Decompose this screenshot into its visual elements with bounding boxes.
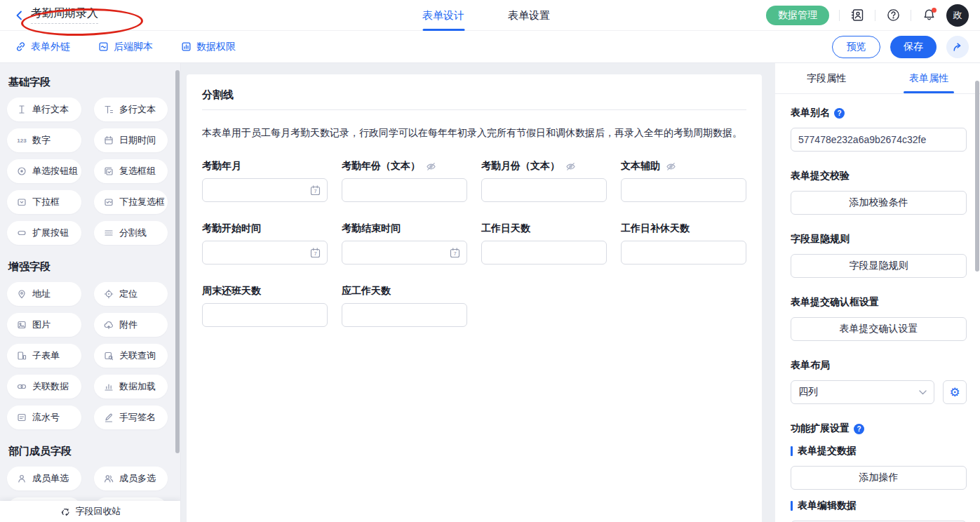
help-icon[interactable] [885, 8, 901, 23]
sidebar-item-checkbox-group[interactable]: 复选框组 [94, 159, 168, 183]
form-alias-input[interactable] [791, 128, 967, 152]
sidebar-item-label: 多行文本 [119, 103, 156, 116]
save-button[interactable]: 保存 [890, 36, 937, 58]
data-permission-link[interactable]: 数据权限 [181, 41, 236, 53]
sidebar-item-number[interactable]: 123 数字 [7, 128, 81, 152]
add-validation-button[interactable]: 添加校验条件 [791, 191, 967, 215]
number-icon: 123 [16, 138, 27, 144]
sidebar-scrollbar[interactable] [175, 70, 180, 453]
sidebar-item-select[interactable]: 下拉框 [7, 190, 81, 214]
panel-scrollbar[interactable] [975, 81, 979, 272]
backend-script-link[interactable]: 后端脚本 [98, 41, 153, 53]
datetime-icon [103, 135, 114, 145]
form-description[interactable]: 本表单用于员工每月考勤天数记录，行政同学可以在每年年初录入完所有节假日和调休数据… [202, 126, 746, 140]
text-input-control[interactable] [622, 241, 746, 264]
field-workday-comp-rest-count[interactable]: 工作日补休天数 [621, 222, 746, 265]
sidebar-item-image[interactable]: 图片 [7, 313, 81, 337]
sidebar-item-label: 分割线 [119, 227, 147, 239]
date-input-control[interactable] [203, 179, 327, 201]
text-input[interactable] [621, 241, 746, 265]
data-permission-label: 数据权限 [196, 41, 236, 53]
layout-settings-button[interactable]: ⚙ [943, 380, 967, 404]
text-input-control[interactable] [203, 304, 327, 326]
sidebar-item-multi-select[interactable]: 下拉复选框 [94, 190, 168, 214]
help-question-icon[interactable]: ? [854, 424, 864, 434]
text-input-control[interactable] [622, 179, 746, 201]
sidebar-item-datetime[interactable]: 日期时间 [94, 128, 168, 152]
divider [875, 10, 875, 21]
tab-form-design[interactable]: 表单设计 [422, 0, 464, 31]
date-input[interactable]: 7 [202, 178, 328, 202]
text-input-control[interactable] [342, 179, 466, 201]
sidebar-item-radio-group[interactable]: 单选按钮组 [7, 159, 81, 183]
enhanced-fields-grid: 地址 定位 图片 附件 子表单 [7, 282, 173, 429]
submit-data-add-action-button[interactable]: 添加操作 [791, 466, 967, 490]
notification-bell-icon[interactable] [921, 8, 937, 23]
tab-form-settings[interactable]: 表单设置 [508, 0, 550, 31]
text-input[interactable] [342, 178, 467, 202]
divider-line [202, 109, 746, 110]
layout-select[interactable]: 四列 [791, 380, 934, 404]
date-input-control[interactable] [342, 241, 466, 264]
preview-button[interactable]: 预览 [832, 36, 880, 58]
text-input-control[interactable] [482, 179, 606, 201]
sidebar-item-multi-line-text[interactable]: 多行文本 [94, 98, 168, 121]
tab-form-properties[interactable]: 表单属性 [878, 63, 980, 93]
sidebar-item-label: 手写签名 [119, 411, 156, 424]
page-title[interactable]: 考勤周期录入 [31, 6, 98, 24]
sidebar-item-signature[interactable]: 手写签名 [94, 406, 168, 429]
sidebar-item-subform[interactable]: 子表单 [7, 344, 81, 368]
text-input-control[interactable] [482, 241, 606, 264]
form-alias-input-control[interactable] [791, 128, 966, 151]
field-attendance-end-time[interactable]: 考勤结束时间 7 [342, 222, 467, 265]
form-card[interactable]: 分割线 本表单用于员工每月考勤天数记录，行政同学可以在每年年初录入完所有节假日和… [187, 74, 762, 522]
sidebar-item-locate[interactable]: 定位 [94, 282, 168, 306]
date-input[interactable]: 7 [202, 241, 328, 265]
form-external-link[interactable]: 表单外链 [15, 41, 70, 53]
sidebar-item-extend-button[interactable]: 扩展按钮 [7, 221, 81, 245]
tab-field-properties[interactable]: 字段属性 [775, 63, 878, 93]
field-attendance-year-text[interactable]: 考勤年份（文本） [342, 159, 467, 202]
field-label: 应工作天数 [342, 285, 391, 297]
backend-script-label: 后端脚本 [114, 41, 153, 53]
sidebar-item-linked-query[interactable]: 关联查询 [94, 344, 168, 368]
sidebar-item-label: 关联数据 [32, 380, 69, 393]
visibility-rules-button[interactable]: 字段显隐规则 [791, 254, 967, 278]
sidebar-item-address[interactable]: 地址 [7, 282, 81, 306]
text-input[interactable] [342, 303, 467, 327]
text-input[interactable] [481, 178, 607, 202]
text-input[interactable] [481, 241, 607, 265]
field-recycle-bin[interactable]: 字段回收站 [0, 501, 181, 522]
share-button[interactable] [946, 36, 969, 58]
date-input[interactable]: 7 [342, 241, 467, 265]
text-input[interactable] [621, 178, 746, 202]
sidebar-item-member-multi[interactable]: 成员多选 [94, 467, 168, 490]
sidebar-item-label: 单选按钮组 [32, 165, 78, 178]
sidebar-item-member-single[interactable]: 成员单选 [7, 467, 81, 490]
help-question-icon[interactable]: ? [834, 108, 845, 119]
field-attendance-month-text[interactable]: 考勤月份（文本） [481, 159, 607, 202]
sidebar-item-data-load[interactable]: 数据加载 [94, 375, 168, 399]
sidebar-item-linked-data[interactable]: 关联数据 [7, 375, 81, 399]
contacts-book-icon[interactable] [850, 8, 865, 23]
form-external-link-label: 表单外链 [31, 41, 70, 53]
sidebar-item-single-line-text[interactable]: 单行文本 [7, 98, 81, 121]
text-input-control[interactable] [342, 304, 466, 326]
field-attendance-month[interactable]: 考勤年月 7 [202, 159, 328, 202]
text-input[interactable] [202, 303, 328, 327]
field-workday-count[interactable]: 工作日天数 [481, 222, 607, 265]
data-manage-button[interactable]: 数据管理 [766, 6, 829, 25]
avatar[interactable]: 政 [946, 4, 969, 27]
back-button[interactable] [14, 10, 25, 21]
field-attendance-start-time[interactable]: 考勤开始时间 7 [202, 222, 328, 265]
sidebar-item-attachment[interactable]: 附件 [94, 313, 168, 337]
field-expected-workdays[interactable]: 应工作天数 [342, 284, 467, 327]
sidebar-item-label: 数据加载 [119, 380, 156, 393]
sidebar-item-divider[interactable]: 分割线 [94, 221, 168, 245]
divider-component-title[interactable]: 分割线 [202, 88, 746, 102]
confirm-settings-button[interactable]: 表单提交确认设置 [791, 317, 967, 341]
sidebar-item-serial-number[interactable]: 流水号 [7, 406, 81, 429]
field-text-helper[interactable]: 文本辅助 [621, 159, 746, 202]
date-input-control[interactable] [203, 241, 327, 264]
field-weekend-makeup-count[interactable]: 周末还班天数 [202, 284, 328, 327]
